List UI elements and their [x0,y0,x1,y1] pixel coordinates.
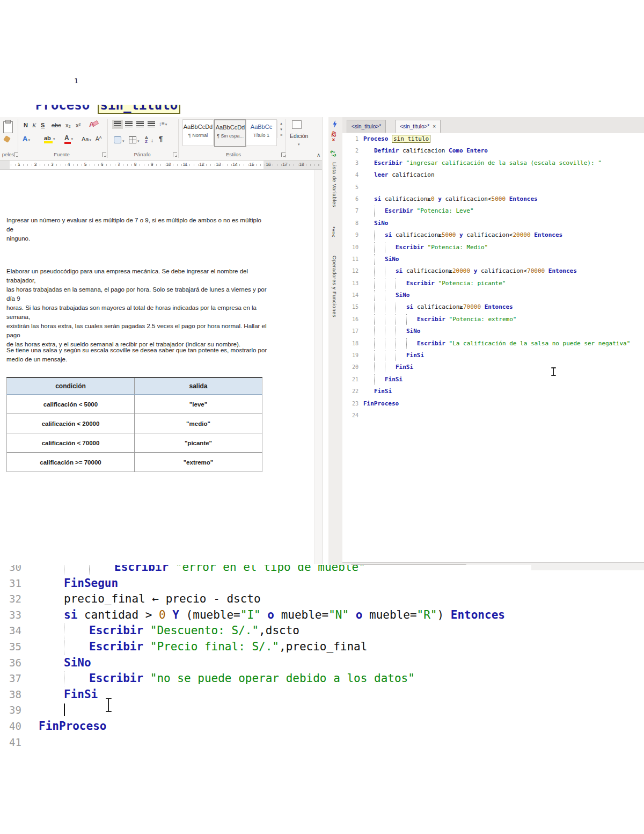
line-number: 17 [342,325,358,337]
indent-guide [374,290,375,301]
italic-button[interactable]: K [32,121,36,129]
code-line-15[interactable]: 15si calificacion≥70000 Entonces [342,301,644,313]
shading-button[interactable] [114,136,121,143]
code-line-41[interactable]: 41 [0,735,531,751]
align-center-button[interactable] [125,121,133,127]
code-line-31[interactable]: 31FinSegun [0,576,531,592]
horizontal-ruler[interactable]: 123456789101112131415161718 [0,161,322,170]
line-number: 12 [342,265,358,277]
code-line-35[interactable]: 35Escribir "Precio final: S/.",precio_fi… [0,639,531,655]
code-line-13[interactable]: 13Escribir "Potencia: picante" [342,278,644,289]
table-cell: "leve" [135,395,262,414]
code-line-30[interactable]: 30Escribir "error en el tipo de mueble" [0,565,531,576]
sort-button[interactable]: A Z [145,136,148,143]
align-left-button[interactable] [114,121,121,127]
code-line-5[interactable]: 5 [342,182,644,193]
styles-gallery-arrows[interactable]: ▴▾≡ [277,120,285,138]
editing-menu[interactable]: Edición [290,132,308,140]
variables-panel-tab[interactable]: Lista de Variables [332,162,338,207]
code-line-36[interactable]: 36SiNo [0,655,531,671]
code-line-8[interactable]: 8SiNo [342,217,644,229]
code-line-24[interactable]: 24 [342,410,644,422]
gallery-arrow[interactable]: ▴ [277,120,285,126]
align-right-button[interactable] [136,121,144,127]
style-card--normal[interactable]: AaBbCcDd¶ Normal [182,119,214,146]
code-line-12[interactable]: 12si calificacion≥20000 y calificacion<7… [342,265,644,277]
font-dialog-launcher[interactable] [102,153,106,157]
code-line-32[interactable]: 32precio_final ← precio - dscto [0,591,531,607]
code-line-3[interactable]: 3Escribir "ingresar calificación de la s… [342,157,644,169]
code-line-17[interactable]: 17SiNo [342,325,644,337]
show-paragraph-marks-button[interactable]: ¶ [159,135,163,143]
code-line-14[interactable]: 14SiNo [342,289,644,301]
errors-badge[interactable]: 42× [331,131,336,143]
code-line-7[interactable]: 7Escribir "Potencia: Leve" [342,205,644,217]
superscript-button[interactable]: x² [76,121,80,129]
code-line-20[interactable]: 20FinSi [342,361,644,373]
gallery-arrow[interactable]: ≡ [277,132,285,138]
table-row: calificación < 5000"leve" [7,395,262,414]
underline-button[interactable]: S [41,121,45,129]
help-icon[interactable]: ¿? [331,150,336,157]
font-color-button[interactable]: A ▾ [64,134,73,143]
code-line-10[interactable]: 10Escribir "Potencia: Medio" [342,242,644,253]
paragraph-dialog-launcher[interactable] [173,153,177,157]
shading-dropdown[interactable]: ▾ [122,137,125,145]
code-line-9[interactable]: 9si calificacion≥5000 y calificacion<200… [342,229,644,241]
code-line-16[interactable]: 16Escribir "Potencia: extremo" [342,314,644,325]
style-card--sin-espa-[interactable]: AaBbCcDd¶ Sin espa... [214,119,246,147]
indent-guide [89,565,90,575]
pseint-editor[interactable]: 1Proceso sin_titulo2Definir calificacion… [342,133,644,563]
code-line-1[interactable]: 1Proceso sin_titulo [342,133,644,145]
word-vertical-scrollbar[interactable] [314,170,322,564]
format-painter-icon[interactable] [3,135,11,143]
justify-button[interactable] [148,121,155,127]
run-icon[interactable] [332,120,338,128]
text-effects-button[interactable]: A▾ [23,135,30,144]
highlight-color-button[interactable]: ab ▾ [44,134,55,143]
subscript-button[interactable]: x₂ [65,121,71,129]
indent-guide [374,266,375,277]
code-line-19[interactable]: 19FinSi [342,350,644,361]
indent-guide [374,242,375,253]
line-number: 1 [342,133,358,145]
editor-tab-1[interactable]: <sin_titulo>* [347,120,386,133]
indent-guide [64,623,64,639]
code-line-33[interactable]: 33si cantidad > 0 Y (mueble="I" o mueble… [0,607,531,623]
line-spacing-button[interactable]: ↕≡▾ [159,120,167,128]
bold-button[interactable]: N [24,121,28,129]
line-number: 37 [0,671,21,687]
code-line-6[interactable]: 6si calificacion≥0 y calificacion<5000 E… [342,193,644,205]
code-line-40[interactable]: 40FinProceso [0,719,531,735]
document-page[interactable]: Ingresar un número y evaluar si es múlti… [0,170,314,564]
styles-dialog-launcher[interactable] [281,153,286,157]
code-line-18[interactable]: 18Escribir "La calificación de la salsa … [342,338,644,350]
indent-guide [374,254,375,265]
code-line-39[interactable]: 39 [0,702,531,719]
editor-tab-2[interactable]: <sin_titulo>*× [395,120,441,133]
code-line-22[interactable]: 22FinSi [342,386,644,397]
collapse-ribbon-button[interactable]: ∧ [317,151,320,159]
code-line-37[interactable]: 37Escribir "no se puede operar debido a … [0,671,531,687]
code-line-2[interactable]: 2Definir calificacion Como Entero [342,145,644,157]
line-number: 38 [0,687,21,703]
tab-close-icon[interactable]: × [433,124,436,129]
borders-button[interactable] [129,136,136,143]
ruler-number: 5 [84,162,87,167]
operators-panel-tab[interactable]: Operadores y Funciones [332,256,338,317]
gallery-arrow[interactable]: ▾ [277,126,285,132]
code-text: FinProceso [363,398,399,410]
style-card-t-tulo-1[interactable]: AaBbCcTítulo 1 [246,119,277,146]
code-line-34[interactable]: 34Escribir "Descuento: S/.",dscto [0,623,531,639]
clear-formatting-icon[interactable]: A [89,121,94,128]
code-line-38[interactable]: 38FinSi [0,687,531,703]
strikethrough-button[interactable]: abc [52,121,61,129]
code-line-11[interactable]: 11SiNo [342,253,644,265]
code-line-21[interactable]: 21FinSi [342,374,644,386]
borders-dropdown[interactable]: ▾ [137,137,140,145]
code-line-23[interactable]: 23FinProceso [342,398,644,410]
grow-font-button[interactable]: A^ [96,135,101,143]
change-case-button[interactable]: Aa▾ [82,135,91,144]
code-line-4[interactable]: 4leer calificacion [342,169,644,181]
code-text: Escribir "Descuento: S/.",dscto [89,623,299,639]
